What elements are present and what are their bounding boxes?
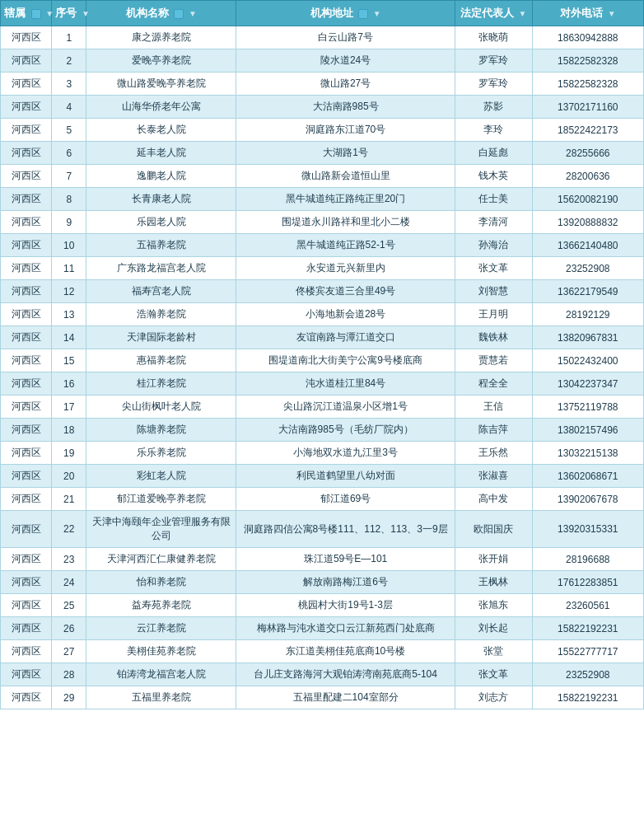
cell-name: 郁江道爱晚亭养老院 bbox=[86, 488, 236, 511]
cell-addr: 白云山路7号 bbox=[236, 26, 455, 49]
cell-phone: 13042237347 bbox=[532, 372, 643, 396]
cell-area: 河西区 bbox=[1, 442, 52, 465]
cell-rep: 白延彪 bbox=[455, 142, 532, 165]
cell-seq: 12 bbox=[52, 280, 86, 303]
cell-phone: 23252908 bbox=[532, 257, 643, 280]
table-row: 河西区24怡和养老院解放南路梅江道6号王枫林17612283851 bbox=[1, 571, 644, 594]
cell-phone: 28192129 bbox=[532, 303, 643, 326]
cell-name: 康之源养老院 bbox=[86, 26, 236, 49]
cell-phone: 15822582328 bbox=[532, 49, 643, 73]
cell-name: 美栩佳苑养老院 bbox=[86, 640, 236, 663]
cell-addr: 洞庭路东江道70号 bbox=[236, 119, 455, 142]
header-rep[interactable]: 法定代表人 ▼ bbox=[455, 1, 532, 26]
cell-seq: 10 bbox=[52, 234, 86, 257]
cell-rep: 程全全 bbox=[455, 372, 532, 396]
cell-area: 河西区 bbox=[1, 303, 52, 326]
cell-addr: 围堤道永川路祥和里北小二楼 bbox=[236, 211, 455, 234]
cell-rep: 张堂 bbox=[455, 640, 532, 663]
cell-rep: 罗军玲 bbox=[455, 49, 532, 73]
cell-addr: 利民道鹤望里八幼对面 bbox=[236, 465, 455, 488]
table-header-row: 辖属 ▼ 序号 ▼ 机构名称 ▼ 机构地址 ▼ bbox=[1, 1, 644, 26]
cell-area: 河西区 bbox=[1, 26, 52, 49]
cell-phone: 15822192231 bbox=[532, 617, 643, 640]
header-addr[interactable]: 机构地址 ▼ bbox=[236, 1, 455, 26]
cell-addr: 佟楼宾友道三合里49号 bbox=[236, 280, 455, 303]
cell-seq: 18 bbox=[52, 419, 86, 442]
cell-name: 彩虹老人院 bbox=[86, 465, 236, 488]
cell-seq: 21 bbox=[52, 488, 86, 511]
name-sort-icon[interactable]: ▼ bbox=[189, 9, 197, 18]
cell-name: 陈塘养老院 bbox=[86, 419, 236, 442]
cell-name: 桂江养老院 bbox=[86, 372, 236, 396]
cell-phone: 15822192231 bbox=[532, 686, 643, 709]
header-phone[interactable]: 对外电话 ▼ bbox=[532, 1, 643, 26]
cell-phone: 15822582328 bbox=[532, 73, 643, 96]
cell-rep: 张开娟 bbox=[455, 548, 532, 571]
cell-name: 广东路龙福宫老人院 bbox=[86, 257, 236, 280]
table-row: 河西区17尖山街枫叶老人院尖山路沉江道温泉小区增1号王信13752119788 bbox=[1, 396, 644, 419]
table-row: 河西区13浩瀚养老院小海地新会道28号王月明28192129 bbox=[1, 303, 644, 326]
table-row: 河西区19乐乐养老院小海地双水道九江里3号王乐然13032215138 bbox=[1, 442, 644, 465]
addr-filter-icon[interactable] bbox=[358, 9, 368, 19]
cell-rep: 王乐然 bbox=[455, 442, 532, 465]
cell-seq: 14 bbox=[52, 326, 86, 349]
cell-area: 河西区 bbox=[1, 73, 52, 96]
cell-rep: 欧阳国庆 bbox=[455, 511, 532, 548]
rep-sort-icon[interactable]: ▼ bbox=[519, 9, 527, 18]
cell-name: 福寿宫老人院 bbox=[86, 280, 236, 303]
table-row: 河西区9乐园老人院围堤道永川路祥和里北小二楼李清河13920888832 bbox=[1, 211, 644, 234]
cell-seq: 15 bbox=[52, 349, 86, 372]
cell-seq: 8 bbox=[52, 188, 86, 211]
cell-name: 天津国际老龄村 bbox=[86, 326, 236, 349]
cell-name: 怡和养老院 bbox=[86, 571, 236, 594]
table-row: 河西区7逸鹏老人院微山路新会道恒山里钱木英28200636 bbox=[1, 165, 644, 188]
cell-phone: 15620082190 bbox=[532, 188, 643, 211]
cell-phone: 23252908 bbox=[532, 663, 643, 686]
cell-area: 河西区 bbox=[1, 96, 52, 119]
cell-addr: 围堤道南北大街美宁公寓9号楼底商 bbox=[236, 349, 455, 372]
cell-name: 爱晚亭养老院 bbox=[86, 49, 236, 73]
table-row: 河西区1康之源养老院白云山路7号张晓萌18630942888 bbox=[1, 26, 644, 49]
header-area[interactable]: 辖属 ▼ bbox=[1, 1, 52, 26]
addr-sort-icon[interactable]: ▼ bbox=[373, 9, 381, 18]
cell-name: 山海华侨老年公寓 bbox=[86, 96, 236, 119]
cell-phone: 18630942888 bbox=[532, 26, 643, 49]
cell-rep: 罗军玲 bbox=[455, 73, 532, 96]
table-row: 河西区3微山路爱晚亭养老院微山路27号罗军玲15822582328 bbox=[1, 73, 644, 96]
cell-seq: 1 bbox=[52, 26, 86, 49]
cell-name: 五福养老院 bbox=[86, 234, 236, 257]
cell-area: 河西区 bbox=[1, 396, 52, 419]
cell-name: 天津中海颐年企业管理服务有限公司 bbox=[86, 511, 236, 548]
cell-seq: 23 bbox=[52, 548, 86, 571]
cell-rep: 王信 bbox=[455, 396, 532, 419]
area-filter-icon[interactable] bbox=[31, 9, 41, 19]
header-phone-label: 对外电话 bbox=[560, 7, 603, 19]
table-row: 河西区20彩虹老人院利民道鹤望里八幼对面张淑喜13602068671 bbox=[1, 465, 644, 488]
cell-addr: 东江道美栩佳苑底商10号楼 bbox=[236, 640, 455, 663]
table-row: 河西区21郁江道爱晚亭养老院郁江道69号高中发13902067678 bbox=[1, 488, 644, 511]
cell-seq: 9 bbox=[52, 211, 86, 234]
cell-name: 铂涛湾龙福宫老人院 bbox=[86, 663, 236, 686]
cell-rep: 任士美 bbox=[455, 188, 532, 211]
cell-addr: 大沽南路985号 bbox=[236, 96, 455, 119]
cell-phone: 13702171160 bbox=[532, 96, 643, 119]
table-row: 河西区15惠福养老院围堤道南北大街美宁公寓9号楼底商贾慧若15022432400 bbox=[1, 349, 644, 372]
cell-addr: 微山路新会道恒山里 bbox=[236, 165, 455, 188]
cell-addr: 大湖路1号 bbox=[236, 142, 455, 165]
header-name[interactable]: 机构名称 ▼ bbox=[86, 1, 236, 26]
cell-area: 河西区 bbox=[1, 234, 52, 257]
cell-seq: 16 bbox=[52, 372, 86, 396]
table-row: 河西区10五福养老院黑牛城道纯正路52-1号孙海治13662140480 bbox=[1, 234, 644, 257]
table-row: 河西区2爱晚亭养老院陵水道24号罗军玲15822582328 bbox=[1, 49, 644, 73]
cell-rep: 魏铁林 bbox=[455, 326, 532, 349]
header-addr-label: 机构地址 bbox=[310, 7, 353, 19]
cell-area: 河西区 bbox=[1, 326, 52, 349]
name-filter-icon[interactable] bbox=[174, 9, 184, 19]
cell-rep: 李玲 bbox=[455, 119, 532, 142]
cell-area: 河西区 bbox=[1, 548, 52, 571]
header-seq[interactable]: 序号 ▼ bbox=[52, 1, 86, 26]
phone-sort-icon[interactable]: ▼ bbox=[608, 9, 616, 18]
cell-seq: 13 bbox=[52, 303, 86, 326]
table-row: 河西区6延丰老人院大湖路1号白延彪28255666 bbox=[1, 142, 644, 165]
cell-phone: 13902067678 bbox=[532, 488, 643, 511]
